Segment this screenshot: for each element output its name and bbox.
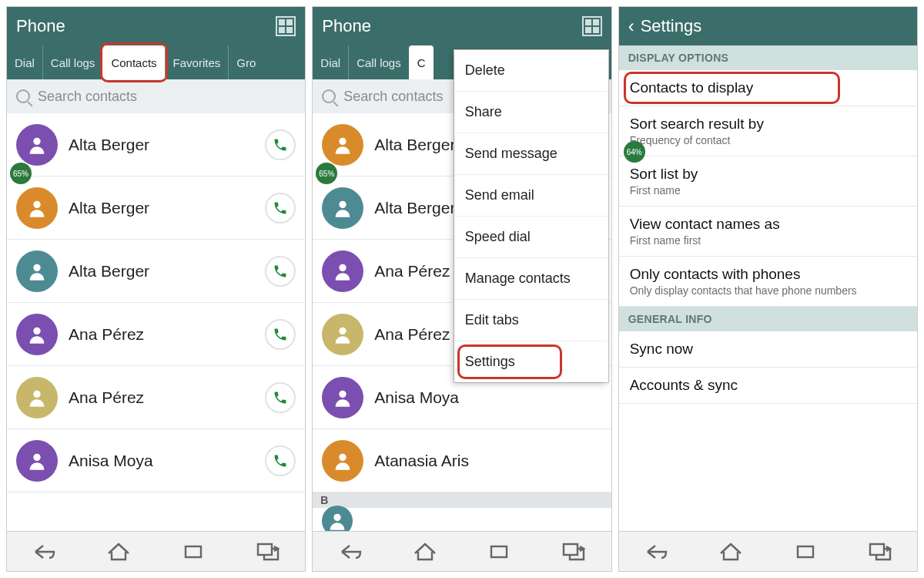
tab-dial[interactable]: Dial <box>313 45 348 79</box>
home-icon[interactable] <box>105 541 132 563</box>
contact-row[interactable]: Alta Berger <box>7 240 305 303</box>
contact-row[interactable]: Ana Pérez <box>7 366 305 429</box>
avatar <box>322 377 363 418</box>
svg-point-3 <box>33 327 40 334</box>
search-icon <box>16 89 30 103</box>
settings-item-title: Accounts & sync <box>630 377 906 394</box>
section-header: DISPLAY OPTIONS <box>619 45 917 70</box>
call-button[interactable] <box>265 256 296 287</box>
settings-item-subtitle: First name <box>630 184 906 197</box>
svg-rect-18 <box>870 544 884 555</box>
search-placeholder: Search contacts <box>343 89 443 105</box>
pane-contacts: Phone DialCall logsContactsFavoritesGro … <box>6 6 306 572</box>
settings-item-sort-list-by[interactable]: Sort list byFirst name <box>619 156 917 207</box>
svg-point-10 <box>340 264 346 271</box>
menu-item-delete[interactable]: Delete <box>454 50 608 92</box>
avatar <box>16 124 58 166</box>
tab-gro[interactable]: Gro <box>228 45 263 79</box>
settings-item-only-contacts-with-phones[interactable]: Only contacts with phonesOnly display co… <box>619 257 917 307</box>
contact-row[interactable]: Alta Berger <box>7 113 305 176</box>
avatar <box>322 187 363 229</box>
svg-rect-17 <box>798 546 813 557</box>
home-icon[interactable] <box>718 541 744 563</box>
tab-contacts[interactable]: Contacts <box>102 45 164 79</box>
back-icon[interactable] <box>643 541 669 563</box>
avatar <box>322 314 363 355</box>
contact-name: Alta Berger <box>69 199 254 217</box>
search-icon <box>322 89 336 103</box>
svg-rect-16 <box>564 544 578 555</box>
menu-item-speed-dial[interactable]: Speed dial <box>454 217 608 258</box>
contact-row[interactable]: Ana Pérez <box>7 303 305 366</box>
avatar <box>322 440 363 482</box>
settings-item-sort-search-result-by[interactable]: Sort search result byFrequency of contac… <box>619 106 917 156</box>
grid-icon[interactable] <box>582 16 602 36</box>
switch-icon[interactable] <box>867 541 893 563</box>
svg-rect-6 <box>186 546 201 557</box>
tab-c[interactable]: C <box>409 45 434 79</box>
avatar <box>322 124 363 166</box>
tab-dial[interactable]: Dial <box>7 45 42 79</box>
contact-row[interactable]: Atanasia Aris <box>313 429 611 492</box>
contact-name: Anisa Moya <box>69 452 254 470</box>
call-button[interactable] <box>265 445 296 476</box>
svg-point-1 <box>33 200 40 207</box>
avatar <box>16 250 58 292</box>
back-icon[interactable] <box>337 541 363 563</box>
tab-favorites[interactable]: Favorites <box>165 45 229 79</box>
contact-row[interactable] <box>313 508 611 531</box>
contact-row[interactable]: Alta Berger <box>7 176 305 240</box>
menu-item-manage-contacts[interactable]: Manage contacts <box>454 258 608 300</box>
settings-item-sync-now[interactable]: Sync now <box>619 331 917 368</box>
tab-call-logs[interactable]: Call logs <box>42 45 103 79</box>
svg-point-8 <box>340 137 346 144</box>
contact-name: Alta Berger <box>69 136 254 154</box>
menu-item-settings[interactable]: Settings <box>454 341 608 382</box>
menu-item-edit-tabs[interactable]: Edit tabs <box>454 300 608 341</box>
floating-badge: 64% <box>624 141 645 163</box>
recent-icon[interactable] <box>180 541 206 563</box>
settings-item-subtitle: First name first <box>630 234 906 247</box>
switch-icon[interactable] <box>255 541 281 563</box>
app-header: ‹ Settings <box>619 7 917 45</box>
app-title: Phone <box>322 16 371 36</box>
svg-point-9 <box>340 200 346 207</box>
contact-name: Ana Pérez <box>69 388 254 407</box>
settings-list[interactable]: 64% DISPLAY OPTIONSContacts to displaySo… <box>619 45 917 531</box>
home-icon[interactable] <box>412 541 438 563</box>
settings-item-title: Sort search result by <box>630 116 906 133</box>
floating-badge: 65% <box>10 163 32 184</box>
avatar <box>16 187 58 229</box>
switch-icon[interactable] <box>561 541 587 563</box>
navigation-bar <box>313 531 611 571</box>
contact-row[interactable]: Anisa Moya <box>7 429 305 492</box>
back-chevron-icon[interactable]: ‹ <box>628 15 634 37</box>
svg-point-11 <box>340 327 346 334</box>
settings-item-accounts-sync[interactable]: Accounts & sync <box>619 368 917 404</box>
avatar <box>322 250 363 292</box>
contacts-list[interactable]: 65% Alta BergerAlta BergerAlta BergerAna… <box>7 113 305 531</box>
settings-item-view-contact-names-as[interactable]: View contact names asFirst name first <box>619 207 917 257</box>
call-button[interactable] <box>265 193 296 223</box>
contact-name: Alta Berger <box>69 262 254 281</box>
navigation-bar <box>619 531 917 571</box>
section-header: GENERAL INFO <box>619 307 917 331</box>
recent-icon[interactable] <box>792 541 819 563</box>
search-bar[interactable]: Search contacts <box>7 79 305 113</box>
call-button[interactable] <box>265 129 296 160</box>
menu-item-send-email[interactable]: Send email <box>454 175 608 217</box>
back-icon[interactable] <box>31 541 57 563</box>
call-button[interactable] <box>265 382 296 413</box>
call-button[interactable] <box>265 319 296 350</box>
tab-call-logs[interactable]: Call logs <box>348 45 409 79</box>
menu-item-send-message[interactable]: Send message <box>454 133 608 175</box>
svg-point-14 <box>334 513 341 520</box>
menu-item-share[interactable]: Share <box>454 92 608 133</box>
grid-icon[interactable] <box>276 16 296 36</box>
avatar <box>16 377 58 418</box>
avatar <box>16 440 58 482</box>
contact-name: Anisa Moya <box>374 388 601 407</box>
settings-item-contacts-to-display[interactable]: Contacts to display <box>619 70 917 106</box>
recent-icon[interactable] <box>486 541 512 563</box>
settings-item-title: Contacts to display <box>630 79 906 96</box>
